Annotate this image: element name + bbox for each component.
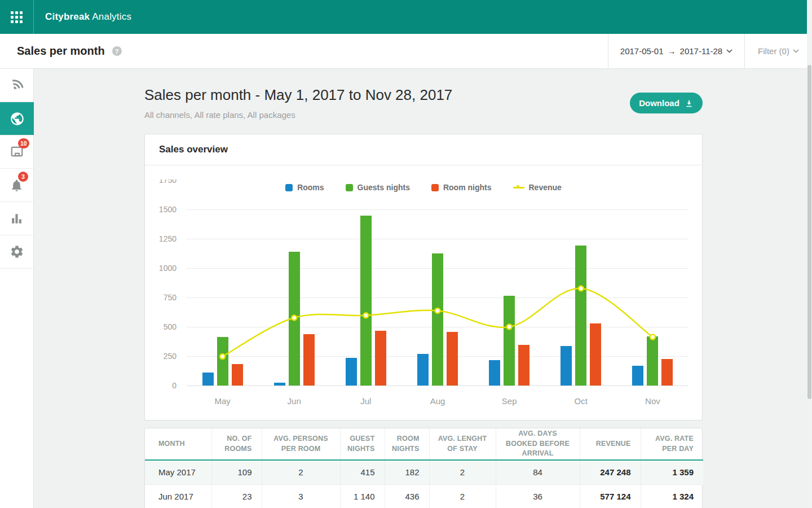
sidebar: 103 <box>0 69 34 508</box>
table-cell: Jun 2017 <box>145 484 211 508</box>
sidebar-item-notifications[interactable]: 3 <box>0 169 33 202</box>
table-cell: 415 <box>340 460 385 484</box>
column-header: Room nights <box>385 428 429 460</box>
legend-key-icon <box>513 184 524 191</box>
table-row: May 20171092415182284247 2481 359 <box>145 460 703 484</box>
legend-item-guests-nights[interactable]: Guests nights <box>346 183 410 192</box>
table-row: Jun 20172331 140436236577 1241 324 <box>145 484 703 508</box>
date-range-start: 2017-05-01 <box>620 46 664 56</box>
legend-key-icon <box>346 184 353 191</box>
revenue-point[interactable] <box>507 325 512 330</box>
download-icon <box>685 99 694 108</box>
table-cell: 3 <box>262 484 340 508</box>
arrow-right-icon: → <box>668 46 676 56</box>
table-cell: 36 <box>496 484 580 508</box>
help-icon[interactable]: ? <box>112 46 122 56</box>
revenue-line[interactable] <box>223 288 653 357</box>
table-cell: 84 <box>496 460 580 484</box>
table-cell: 2 <box>429 460 496 484</box>
legend-label: Revenue <box>529 183 562 192</box>
column-header: Month <box>145 428 211 460</box>
report-subtitle: All channels, All rate plans, All packag… <box>144 110 295 120</box>
wifi-icon <box>10 78 24 93</box>
date-range-picker[interactable]: 2017-05-01 → 2017-11-28 <box>608 34 744 68</box>
bar-chart-icon <box>10 212 24 226</box>
column-header: Avg. days booked before arrival <box>496 428 580 460</box>
legend-key-icon <box>431 184 439 191</box>
notification-badge: 10 <box>18 138 29 148</box>
column-header: No. of rooms <box>211 428 262 460</box>
card-header: Sales overview <box>145 134 702 165</box>
table-cell: 23 <box>211 484 262 508</box>
column-header: Revenue <box>580 428 641 460</box>
table-cell: 1 359 <box>641 460 703 484</box>
legend-label: Rooms <box>297 183 324 192</box>
table-cell: 1 324 <box>641 484 703 508</box>
revenue-point[interactable] <box>363 313 368 318</box>
table-cell: May 2017 <box>145 460 211 484</box>
table-cell: 2 <box>429 484 496 508</box>
card-title: Sales overview <box>159 144 228 155</box>
chart-legend: RoomsGuests nightsRoom nightsRevenue <box>145 183 702 192</box>
brand-name-bold: Citybreak <box>45 11 90 22</box>
table-cell: 436 <box>385 484 429 508</box>
revenue-point[interactable] <box>650 335 655 340</box>
sales-table-card: MonthNo. of roomsAvg. persons per roomGu… <box>144 428 703 508</box>
globe-icon <box>10 111 25 126</box>
revenue-line-chart <box>145 179 702 420</box>
sidebar-item-web[interactable] <box>0 102 34 135</box>
sidebar-item-distribution[interactable] <box>0 69 33 102</box>
legend-item-revenue[interactable]: Revenue <box>513 183 562 192</box>
table-cell: 2 <box>262 460 340 484</box>
sidebar-item-reports[interactable] <box>0 202 33 235</box>
date-range-end: 2017-11-28 <box>680 46 723 56</box>
column-header: Avg. lenght of stay <box>429 428 496 460</box>
chart-area: 02505007501000125015001750MayJunJulAugSe… <box>145 179 702 420</box>
sidebar-item-settings[interactable] <box>0 235 33 269</box>
page-header: Sales per month ? 2017-05-01 → 2017-11-2… <box>0 34 812 69</box>
column-header: Avg. rate per day <box>641 428 703 460</box>
download-button[interactable]: Download <box>630 93 703 113</box>
filter-label: Filter (0) <box>758 46 789 56</box>
scrollbar-thumb[interactable] <box>807 65 811 399</box>
notification-badge: 3 <box>18 172 28 182</box>
brand-logo: Citybreak Analytics <box>45 11 131 23</box>
gear-icon <box>10 244 24 259</box>
table-cell: 182 <box>385 460 429 484</box>
sales-overview-card: Sales overview 0250500750100012501500175… <box>144 134 703 421</box>
apps-menu-button[interactable] <box>0 0 34 34</box>
legend-item-rooms[interactable]: Rooms <box>285 183 324 192</box>
report-title: Sales per month - May 1, 2017 to Nov 28,… <box>144 86 452 104</box>
column-header: Avg. persons per room <box>262 428 340 460</box>
revenue-point[interactable] <box>435 308 440 313</box>
sales-table: MonthNo. of roomsAvg. persons per roomGu… <box>145 428 703 508</box>
revenue-point[interactable] <box>292 315 297 320</box>
table-cell: 247 248 <box>580 460 641 484</box>
filter-button[interactable]: Filter (0) <box>744 34 812 68</box>
table-header: MonthNo. of roomsAvg. persons per roomGu… <box>145 428 703 460</box>
table-cell: 577 124 <box>580 484 641 508</box>
brand-name-regular: Analytics <box>92 11 131 22</box>
table-cell: 109 <box>211 460 262 484</box>
top-app-bar: Citybreak Analytics <box>0 0 812 34</box>
chevron-down-icon <box>726 49 732 53</box>
chevron-down-icon <box>793 49 799 53</box>
table-cell: 1 140 <box>340 484 385 508</box>
legend-key-icon <box>285 184 293 191</box>
legend-label: Guests nights <box>358 183 410 192</box>
column-header: Guest nights <box>340 428 385 460</box>
chart-body: 02505007501000125015001750MayJunJulAugSe… <box>145 165 702 420</box>
revenue-point[interactable] <box>579 286 584 291</box>
sidebar-item-bookings[interactable]: 10 <box>0 135 33 169</box>
scrollbar-track <box>807 0 812 508</box>
apps-grid-icon <box>11 11 23 23</box>
download-label: Download <box>639 98 679 108</box>
legend-item-room-nights[interactable]: Room nights <box>431 183 492 192</box>
page-title: Sales per month <box>17 45 105 58</box>
revenue-point[interactable] <box>220 354 225 359</box>
table-body: May 20171092415182284247 2481 359Jun 201… <box>145 460 703 508</box>
legend-label: Room nights <box>443 183 492 192</box>
